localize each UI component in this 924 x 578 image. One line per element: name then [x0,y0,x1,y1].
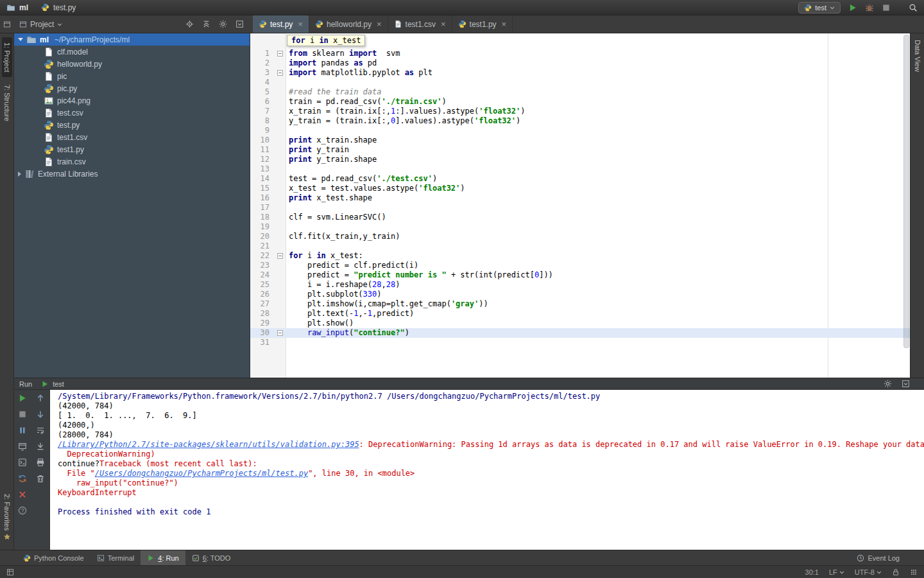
code-line-17[interactable]: 17 [250,203,910,213]
fold-marker-icon[interactable]: − [277,253,283,259]
chevron-down-icon[interactable] [57,22,62,27]
soft-wrap-button[interactable] [35,425,46,435]
pause-output-button[interactable] [17,425,28,435]
tab-test1-csv[interactable]: test1.csv× [388,15,452,33]
code-line-24[interactable]: 24 predict = "predict number is " + str(… [250,270,910,280]
run-button[interactable] [848,3,857,12]
tool-button-data-view[interactable]: Data View [912,35,923,77]
run-toolwindow-header[interactable]: Run test [14,378,924,390]
code-area[interactable]: 1−from sklearn import svm2import pandas … [250,33,910,347]
encoding-selector[interactable]: UTF-8 [855,568,882,576]
hide-panel-button[interactable] [235,20,244,28]
down-stack-trace-button[interactable] [35,409,46,419]
fold-marker-icon[interactable]: − [277,70,283,76]
code-line-25[interactable]: 25 i = i.reshape(28,28) [250,280,910,290]
search-everywhere-button[interactable] [909,3,918,12]
stop-button[interactable] [17,409,28,419]
close-tab-icon[interactable]: × [441,20,446,28]
tree-item-clf-model[interactable]: clf.model [14,46,250,58]
tab-helloworld-py[interactable]: helloworld.py× [309,15,388,33]
line-separator-selector[interactable]: LF [829,568,844,576]
code-line-27[interactable]: 27 plt.imshow(i,cmap=plt.get_cmap('gray'… [250,299,910,309]
toolwindow-bars-toggle[interactable] [0,15,14,33]
code-line-23[interactable]: 23 predict = clf.predict(i) [250,261,910,270]
show-console-button[interactable] [17,457,28,468]
stop-button[interactable] [882,3,891,12]
code-line-5[interactable]: 5#read the train data [250,87,910,97]
code-line-9[interactable]: 9 [250,126,910,136]
code-line-16[interactable]: 16print x_test.shape [250,193,910,203]
clear-all-button[interactable] [35,473,46,484]
code-line-11[interactable]: 11print y_train [250,145,910,155]
collapse-arrow-icon[interactable] [18,38,23,41]
editor[interactable]: 1−from sklearn import svm2import pandas … [250,33,910,378]
tree-item-test-csv[interactable]: test.csv [14,107,250,119]
collapse-all-button[interactable] [202,20,210,28]
code-line-20[interactable]: 20clf.fit(x_train,y_train) [250,232,910,241]
scrollbar-thumb[interactable] [903,35,909,348]
scroll-to-end-button[interactable] [35,441,46,451]
code-line-21[interactable]: 21 [250,241,910,251]
tree-item-pic-py[interactable]: pic.py [14,82,250,94]
print-button[interactable] [35,457,46,468]
project-root-row[interactable]: ml~/PycharmProjects/ml [14,33,250,46]
expand-arrow-icon[interactable] [18,171,21,177]
toolwindow-button-event-log[interactable]: Event Log [850,550,906,565]
code-line-3[interactable]: 3−import matplotlib.pyplot as plt [250,68,910,78]
code-line-10[interactable]: 10print x_train.shape [250,136,910,145]
tree-item-pic[interactable]: pic [14,70,250,82]
caret-position[interactable]: 30:1 [805,568,819,576]
close-tab-icon[interactable]: × [377,20,382,28]
tree-item-external-libraries[interactable]: External Libraries [14,168,250,180]
code-line-7[interactable]: 7x_train = (train.ix[:,1:].values).astyp… [250,107,910,116]
tool-button-2-favorites[interactable]: 2: Favorites [2,489,12,546]
restore-layout-button[interactable] [17,441,28,451]
tool-button-7-structure[interactable]: 7: Structure [2,80,12,127]
toolwindow-button-6-todo[interactable]: 6: TODO [185,550,237,565]
code-line-18[interactable]: 18clf = svm.LinearSVC() [250,213,910,222]
tab-test-py[interactable]: test.py× [253,15,309,33]
code-line-28[interactable]: 28 plt.text(-1,-1,predict) [250,309,910,319]
tree-item-test1-py[interactable]: test1.py [14,143,250,155]
toolwindow-button-terminal[interactable]: Terminal [90,550,141,565]
tree-item-pic44-png[interactable]: pic44.png [14,94,250,107]
run-console[interactable]: /System/Library/Frameworks/Python.framew… [50,390,924,550]
code-line-1[interactable]: 1−from sklearn import svm [250,49,910,58]
tree-item-test-py[interactable]: test.py [14,119,250,131]
toolwindow-switcher-icon[interactable] [6,568,14,576]
code-line-4[interactable]: 4 [250,78,910,87]
toolwindow-button-python-console[interactable]: Python Console [17,550,90,565]
rerun-failed-button[interactable] [17,473,28,484]
code-line-2[interactable]: 2import pandas as pd [250,58,910,68]
code-line-6[interactable]: 6train = pd.read_csv('./train.csv') [250,97,910,107]
toolwindow-button-4-run[interactable]: 4: Run [141,550,185,565]
code-line-15[interactable]: 15x_test = test.values.astype('float32') [250,184,910,193]
rerun-button[interactable] [17,393,28,403]
code-line-8[interactable]: 8y_train = (train.ix[:,0].values).astype… [250,116,910,126]
project-tool-header[interactable]: Project [14,15,250,33]
code-line-19[interactable]: 19 [250,222,910,232]
locate-button[interactable] [185,20,194,28]
debug-button[interactable] [865,3,874,12]
tree-item-helloworld-py[interactable]: helloworld.py [14,58,250,70]
close-tab-icon[interactable]: × [502,20,507,28]
hide-panel-button[interactable] [902,380,910,388]
console-link[interactable]: /Library/Python/2.7/site-packages/sklear… [58,440,359,449]
editor-scrollbar[interactable] [903,33,910,378]
tree-item-train-csv[interactable]: train.csv [14,155,250,168]
tab-test1-py[interactable]: test1.py× [452,15,513,33]
code-line-31[interactable]: 31 [250,338,910,347]
code-line-12[interactable]: 12print y_train.shape [250,155,910,164]
fold-marker-icon[interactable]: − [277,51,283,57]
fold-marker-icon[interactable]: − [277,330,283,336]
tool-button-1-project[interactable]: 1: Project [2,37,12,77]
settings-button[interactable] [884,380,892,388]
code-line-26[interactable]: 26 plt.subplot(330) [250,290,910,299]
close-tab-icon[interactable]: × [298,20,303,28]
code-line-22[interactable]: 22−for i in x_test: [250,251,910,261]
run-config-selector[interactable]: test [798,2,841,13]
code-line-13[interactable]: 13 [250,164,910,174]
code-line-14[interactable]: 14test = pd.read_csv('./test.csv') [250,174,910,184]
lock-icon[interactable] [892,568,900,576]
tree-item-test1-csv[interactable]: test1.csv [14,131,250,143]
